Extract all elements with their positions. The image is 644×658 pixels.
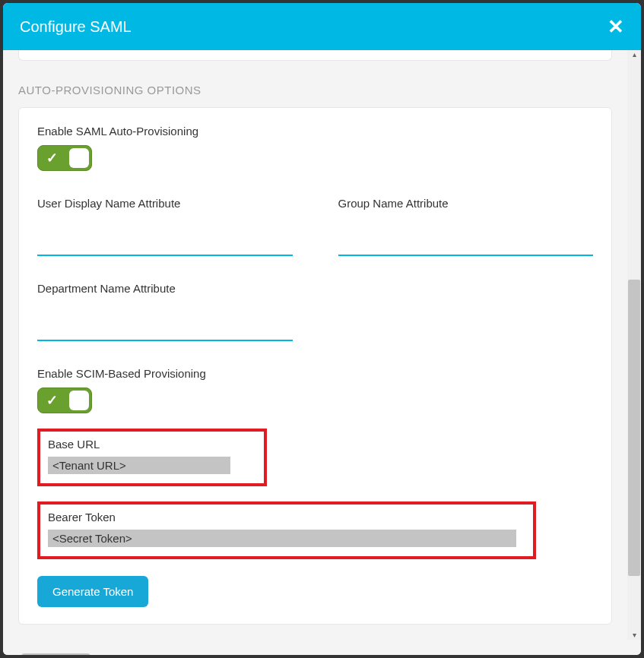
vertical-scrollbar[interactable]: ▴ ▾ (627, 50, 641, 640)
group-name-col: Group Name Attribute (338, 197, 594, 256)
save-button[interactable]: Save (21, 653, 90, 655)
check-icon: ✓ (46, 150, 58, 166)
scroll-down-arrow-icon[interactable]: ▾ (633, 631, 636, 640)
department-col: Department Name Attribute (37, 282, 293, 341)
user-display-col: User Display Name Attribute (37, 197, 293, 256)
bearer-token-highlight: Bearer Token (37, 501, 536, 559)
scrollbar-thumb[interactable] (628, 280, 640, 576)
user-display-input[interactable] (37, 233, 293, 256)
auto-provisioning-card: Enable SAML Auto-Provisioning ✓ User Dis… (18, 107, 612, 625)
scim-block: Enable SCIM-Based Provisioning ✓ (37, 367, 593, 413)
modal-title: Configure SAML (20, 18, 132, 36)
modal-header: Configure SAML ✕ (3, 3, 641, 50)
modal-body-wrap: AUTO-PROVISIONING OPTIONS Enable SAML Au… (3, 50, 641, 640)
attribute-row-1: User Display Name Attribute Group Name A… (37, 197, 593, 256)
attribute-row-2: Department Name Attribute (37, 282, 593, 341)
enable-scim-label: Enable SCIM-Based Provisioning (37, 367, 593, 380)
modal-footer: Save Cancel (3, 640, 641, 655)
user-display-label: User Display Name Attribute (37, 197, 293, 210)
bearer-token-label: Bearer Token (48, 511, 525, 524)
check-icon: ✓ (46, 392, 58, 409)
base-url-label: Base URL (48, 438, 256, 451)
close-icon[interactable]: ✕ (608, 17, 624, 36)
bearer-token-field[interactable] (48, 530, 516, 547)
base-url-field[interactable] (48, 457, 230, 474)
toggle-knob (69, 391, 89, 410)
empty-col (338, 282, 594, 341)
section-heading: AUTO-PROVISIONING OPTIONS (18, 84, 612, 96)
modal-body: AUTO-PROVISIONING OPTIONS Enable SAML Au… (3, 50, 627, 640)
toggle-knob (69, 148, 89, 168)
previous-section-edge (18, 50, 612, 61)
department-label: Department Name Attribute (37, 282, 293, 295)
base-url-highlight: Base URL (37, 429, 267, 486)
enable-scim-toggle[interactable]: ✓ (37, 388, 92, 413)
department-input[interactable] (37, 318, 293, 341)
scrollbar-track[interactable] (627, 59, 641, 631)
group-name-label: Group Name Attribute (338, 197, 594, 210)
scroll-up-arrow-icon[interactable]: ▴ (633, 50, 636, 59)
configure-saml-modal: Configure SAML ✕ AUTO-PROVISIONING OPTIO… (3, 3, 641, 655)
group-name-input[interactable] (338, 233, 594, 256)
enable-saml-label: Enable SAML Auto-Provisioning (37, 125, 593, 138)
enable-saml-toggle[interactable]: ✓ (37, 145, 92, 171)
generate-token-button[interactable]: Generate Token (37, 576, 148, 607)
